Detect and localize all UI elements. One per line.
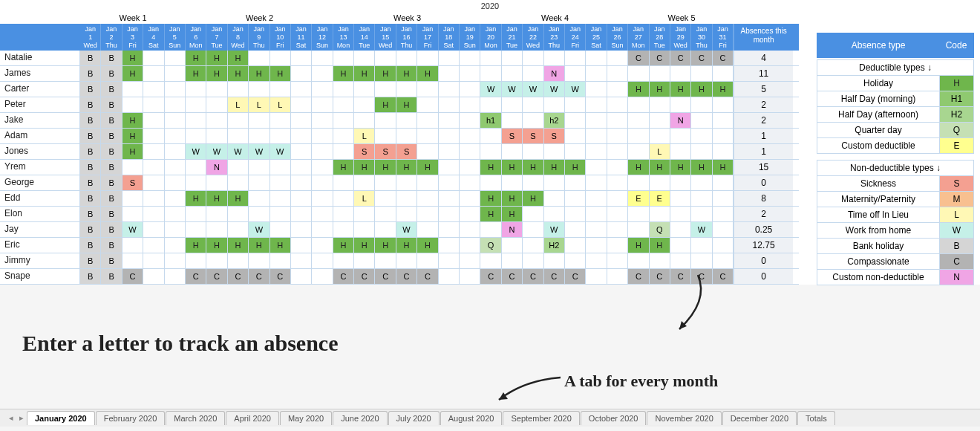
day-cell[interactable] [312,113,333,128]
day-cell[interactable] [670,175,691,190]
day-cell[interactable]: B [80,175,101,190]
day-cell[interactable] [544,191,565,206]
day-cell[interactable] [396,113,417,128]
day-cell[interactable] [628,113,649,128]
day-cell[interactable] [607,253,628,268]
day-cell[interactable] [291,144,312,159]
day-cell[interactable] [607,175,628,190]
day-cell[interactable] [670,238,691,253]
day-cell[interactable]: C [670,51,691,65]
day-cell[interactable]: H [628,82,649,97]
day-cell[interactable] [565,191,586,206]
day-cell[interactable]: H [375,97,396,112]
day-cell[interactable]: W [228,144,249,159]
day-cell[interactable]: H [249,66,270,81]
day-cell[interactable] [713,253,734,268]
day-cell[interactable] [165,129,186,143]
day-cell[interactable] [586,253,607,268]
day-cell[interactable]: L [650,144,670,159]
day-cell[interactable]: H [333,66,354,81]
day-cell[interactable] [122,238,143,253]
day-cell[interactable]: B [80,191,101,206]
day-cell[interactable] [143,66,164,81]
day-cell[interactable] [523,144,543,159]
day-cell[interactable] [186,175,206,190]
day-cell[interactable] [586,222,607,237]
day-cell[interactable] [544,207,565,221]
day-cell[interactable] [291,66,312,81]
day-cell[interactable] [523,175,543,190]
day-cell[interactable] [544,253,565,268]
day-cell[interactable]: H [354,238,375,253]
day-cell[interactable] [270,191,291,206]
day-cell[interactable] [565,97,586,112]
day-cell[interactable] [713,129,734,143]
day-cell[interactable] [375,113,396,128]
day-cell[interactable]: B [80,144,101,159]
day-cell[interactable] [165,191,186,206]
day-cell[interactable]: H [396,66,417,81]
day-cell[interactable]: W [186,144,206,159]
day-cell[interactable] [565,175,586,190]
day-cell[interactable] [607,129,628,143]
day-cell[interactable] [375,191,396,206]
day-cell[interactable] [607,191,628,206]
day-cell[interactable]: C [713,51,734,65]
day-cell[interactable]: H [354,160,375,175]
day-cell[interactable] [228,207,249,221]
day-cell[interactable] [270,129,291,143]
day-cell[interactable]: H [417,238,438,253]
day-cell[interactable] [460,175,480,190]
day-cell[interactable] [628,144,649,159]
day-cell[interactable] [565,66,586,81]
day-cell[interactable]: H [670,82,691,97]
day-cell[interactable] [270,222,291,237]
day-cell[interactable] [228,160,249,175]
day-cell[interactable]: H [417,66,438,81]
day-cell[interactable] [607,66,628,81]
day-cell[interactable]: S [396,144,417,159]
day-cell[interactable] [333,207,354,221]
day-cell[interactable]: H [249,238,270,253]
day-cell[interactable]: H [713,160,734,175]
day-cell[interactable]: B [80,51,101,65]
day-cell[interactable] [143,129,164,143]
day-cell[interactable] [607,238,628,253]
sheet-tab[interactable]: November 2020 [647,411,721,425]
day-cell[interactable]: H [565,160,586,175]
day-cell[interactable] [417,129,438,143]
day-cell[interactable] [607,144,628,159]
day-cell[interactable] [691,191,712,206]
day-cell[interactable] [291,253,312,268]
day-cell[interactable] [333,222,354,237]
day-cell[interactable] [312,269,333,284]
day-cell[interactable] [502,66,523,81]
day-cell[interactable] [439,238,460,253]
sheet-tab[interactable]: February 2020 [96,411,166,425]
day-cell[interactable] [228,129,249,143]
day-cell[interactable]: S [375,144,396,159]
day-cell[interactable]: H [122,129,143,143]
day-cell[interactable]: C [523,269,543,284]
day-cell[interactable] [691,129,712,143]
day-cell[interactable] [607,113,628,128]
day-cell[interactable]: C [628,269,649,284]
day-cell[interactable]: H [650,82,670,97]
day-cell[interactable] [186,129,206,143]
day-cell[interactable] [122,253,143,268]
day-cell[interactable] [628,66,649,81]
day-cell[interactable]: H [417,160,438,175]
day-cell[interactable] [523,222,543,237]
day-cell[interactable] [396,51,417,65]
day-cell[interactable] [607,51,628,65]
day-cell[interactable]: H [713,82,734,97]
day-cell[interactable] [713,113,734,128]
day-cell[interactable] [143,238,164,253]
day-cell[interactable]: L [270,97,291,112]
day-cell[interactable]: H [650,238,670,253]
day-cell[interactable] [291,269,312,284]
day-cell[interactable] [354,97,375,112]
day-cell[interactable] [480,129,501,143]
day-cell[interactable]: H [206,238,227,253]
day-cell[interactable]: H [228,66,249,81]
